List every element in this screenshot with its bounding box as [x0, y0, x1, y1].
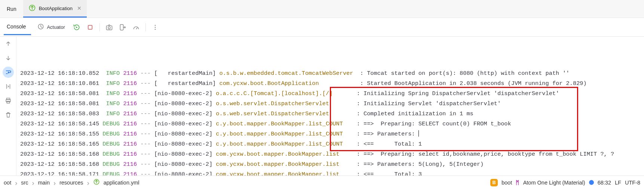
scroll-to-end-icon[interactable]	[3, 81, 14, 92]
theme-name[interactable]: Atom One Light (Material)	[523, 180, 585, 186]
text-caret	[418, 130, 419, 137]
svg-rect-11	[7, 101, 10, 103]
console-output[interactable]: 2023-12-12 16:18:10.852 INFO 2116 --- [ …	[16, 37, 644, 176]
run-config-tab-bootapplication[interactable]: BootApplication ✕	[23, 0, 87, 18]
theme-icon: ᛗ	[516, 180, 519, 186]
spring-boot-icon	[28, 4, 36, 13]
log-line: 2023-12-12 16:18:58.171 DEBUG 2116 --- […	[20, 170, 644, 176]
svg-point-4	[108, 27, 110, 29]
breadcrumb-segment[interactable]: resources	[59, 180, 83, 186]
scroll-up-icon[interactable]	[3, 38, 14, 49]
log-line: 2023-12-12 16:18:58.168 DEBUG 2116 --- […	[20, 159, 644, 170]
svg-point-8	[154, 28, 156, 30]
breadcrumb[interactable]: oot › src › main › resources › applicati…	[4, 179, 139, 186]
top-tab-bar: Run BootApplication ✕	[0, 0, 644, 18]
breadcrumb-file[interactable]: application.yml	[104, 180, 139, 186]
yaml-icon	[93, 179, 100, 186]
run-config-tab-label: BootApplication	[39, 6, 73, 11]
actuator-label: Actuator	[47, 24, 65, 30]
status-bar: oot › src › main › resources › applicati…	[0, 176, 644, 189]
log-line: 2023-12-12 16:18:58.081 INFO 2116 --- [n…	[20, 99, 644, 109]
soft-wrap-toggle[interactable]	[3, 67, 14, 78]
log-line: 2023-12-12 16:18:58.168 DEBUG 2116 --- […	[20, 149, 644, 159]
status-dot-icon[interactable]	[589, 180, 594, 185]
svg-point-6	[154, 25, 156, 26]
run-tool-window-label[interactable]: Run	[0, 0, 23, 18]
stop-button[interactable]	[85, 22, 96, 33]
console-gutter	[0, 37, 16, 176]
scroll-down-icon[interactable]	[3, 52, 14, 64]
close-icon[interactable]: ✕	[77, 5, 82, 11]
log-line: 2023-12-12 16:18:58.155 DEBUG 2116 --- […	[20, 129, 644, 139]
separator	[99, 23, 100, 31]
svg-rect-3	[106, 25, 112, 30]
log-line: 2023-12-12 16:18:58.165 DEBUG 2116 --- […	[20, 139, 644, 149]
print-icon[interactable]	[3, 95, 14, 106]
log-line: 2023-12-12 16:18:10.852 INFO 2116 --- [ …	[20, 68, 644, 79]
screenshot-icon[interactable]	[104, 22, 115, 33]
rerun-button[interactable]	[71, 22, 82, 33]
log-line: 2023-12-12 16:18:58.081 INFO 2116 --- [n…	[20, 89, 644, 99]
separator	[145, 23, 146, 31]
actuator-icon	[37, 23, 45, 31]
svg-rect-5	[120, 24, 123, 30]
svg-rect-2	[88, 25, 92, 29]
breadcrumb-segment[interactable]: src	[21, 180, 28, 186]
svg-point-7	[154, 27, 156, 28]
file-encoding[interactable]: UTF-8	[625, 180, 640, 186]
exit-icon[interactable]	[117, 22, 128, 33]
module-name[interactable]: boot	[502, 180, 512, 186]
module-badge[interactable]: B	[490, 179, 498, 186]
console-toolbar: Console Actuator	[0, 18, 644, 37]
trash-icon[interactable]	[3, 109, 14, 121]
tab-actuator[interactable]: Actuator	[33, 23, 68, 31]
line-separator[interactable]: LF	[615, 180, 621, 186]
caret-position[interactable]: 68:32	[598, 180, 611, 186]
more-icon[interactable]	[150, 22, 161, 33]
tab-console[interactable]: Console	[4, 20, 31, 35]
breadcrumb-segment[interactable]: main	[38, 180, 50, 186]
log-line: 2023-12-12 16:18:58.145 DEBUG 2116 --- […	[20, 119, 644, 129]
breadcrumb-segment[interactable]: oot	[4, 180, 11, 186]
log-line: 2023-12-12 16:18:58.083 INFO 2116 --- [n…	[20, 109, 644, 119]
profiler-icon[interactable]	[131, 22, 142, 33]
log-line: 2023-12-12 16:18:10.861 INFO 2116 --- [ …	[20, 79, 644, 89]
